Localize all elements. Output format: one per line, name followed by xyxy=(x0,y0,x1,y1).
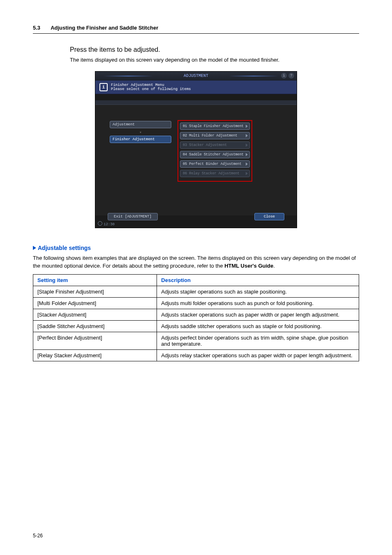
screenshot-panel: ADJUSTMENT i ? i Finisher Adjustment Men… xyxy=(95,71,297,228)
screenshot-info-bar: i Finisher Adjustment Menu Please select… xyxy=(95,81,297,94)
section-number: 5.3 xyxy=(33,25,49,31)
chevron-down-icon: ▾ xyxy=(110,130,171,135)
opt-relay-stacker[interactable]: 06 Relay Stacker Adjustment xyxy=(180,170,250,177)
settings-table: Setting item Description [Staple Finishe… xyxy=(33,274,359,361)
opt-stacker[interactable]: 03 Stacker Adjustment xyxy=(180,141,250,149)
page-header: 5.3 Adjusting the Finisher and Saddle St… xyxy=(33,25,359,34)
chevron-right-icon xyxy=(246,153,248,156)
chevron-right-icon xyxy=(246,172,248,175)
table-row: [Perfect Binder Adjustment]Adjusts perfe… xyxy=(33,332,359,349)
info-line-2: Please select one of following items xyxy=(111,87,191,91)
opt-saddle-stitcher[interactable]: 04 Saddle Stitcher Adjustment xyxy=(180,151,250,158)
option-list-highlight: 01 Staple Finisher Adjustment 02 Multi F… xyxy=(178,120,252,182)
exit-button[interactable]: Exit [ADJUSTMENT] xyxy=(108,213,158,220)
opt-perfect-binder[interactable]: 05 Perfect Binder Adjustment xyxy=(180,160,250,168)
close-button[interactable]: Close xyxy=(254,213,284,220)
screenshot-body: Adjustment ▾ Finisher Adjustment 01 Stap… xyxy=(95,100,297,215)
info-icon[interactable]: i xyxy=(281,73,287,79)
chevron-right-icon xyxy=(246,162,248,166)
info-box-icon: i xyxy=(99,83,108,91)
nav-adjustment[interactable]: Adjustment xyxy=(110,121,171,128)
chevron-right-icon xyxy=(246,134,248,137)
nav-finisher-adjustment[interactable]: Finisher Adjustment xyxy=(110,136,171,143)
screenshot-title-text: ADJUSTMENT xyxy=(184,74,208,78)
th-description: Description xyxy=(157,274,359,286)
step-note: The items displayed on this screen vary … xyxy=(70,57,359,63)
table-row: [Staple Finisher Adjustment]Adjusts stap… xyxy=(33,286,359,297)
chevron-right-icon xyxy=(246,143,248,147)
page-number: 5-26 xyxy=(33,533,43,539)
clock-display: 12:30 xyxy=(98,221,115,227)
opt-staple-finisher[interactable]: 01 Staple Finisher Adjustment xyxy=(180,123,250,130)
table-row: [Saddle Stitcher Adjustment]Adjusts sadd… xyxy=(33,320,359,332)
table-row: [Multi Folder Adjustment]Adjusts multi f… xyxy=(33,297,359,309)
opt-multi-folder[interactable]: 02 Multi Folder Adjustment xyxy=(180,132,250,139)
step-instruction: Press the items to be adjusted. xyxy=(70,46,359,53)
section-title: Adjusting the Finisher and Saddle Stitch… xyxy=(51,25,158,31)
th-setting-item: Setting item xyxy=(33,274,157,286)
chevron-right-icon xyxy=(246,125,248,128)
info-line-1: Finisher Adjustment Menu xyxy=(111,83,164,87)
settings-paragraph: The following shows item examples that a… xyxy=(33,254,359,270)
table-row: [Stacker Adjustment]Adjusts stacker oper… xyxy=(33,309,359,320)
help-icon[interactable]: ? xyxy=(288,73,294,79)
screenshot-titlebar: ADJUSTMENT i ? xyxy=(95,72,297,81)
subheading-adjustable-settings: Adjustable settings xyxy=(33,245,359,251)
table-row: [Relay Stacker Adjustment]Adjusts relay … xyxy=(33,349,359,361)
